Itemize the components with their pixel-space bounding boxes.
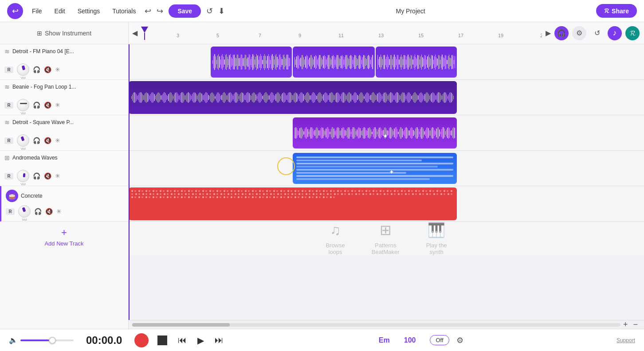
add-track-button[interactable]: + Add New Track — [0, 222, 128, 252]
track-r-btn-3[interactable]: R — [4, 137, 13, 144]
track-headphones-btn-5[interactable]: 🎧 — [34, 208, 42, 215]
track-r-btn-1[interactable]: R — [4, 66, 13, 73]
track-block-2a[interactable]: document.write(Array.from({length:340},(… — [129, 81, 457, 114]
scrollbar-thumb[interactable] — [132, 323, 230, 327]
waveform-2a: document.write(Array.from({length:340},(… — [129, 81, 457, 114]
track-block-1b[interactable]: document.write(Array.from({length:80},(_… — [293, 47, 375, 78]
stop-icon — [157, 335, 167, 345]
track-vol-knob-2[interactable]: Vol — [17, 99, 29, 111]
patterns-beatmaker-label: PatternsBeatMaker — [372, 242, 400, 255]
track-name-2: Beanie - Fog Pan Loop 1... — [12, 84, 76, 90]
track-headphones-btn-4[interactable]: 🎧 — [33, 172, 40, 179]
share-button[interactable]: 𝓡 Share — [596, 4, 637, 18]
track-vol-knob-5[interactable]: Vol — [18, 205, 31, 218]
reset-button[interactable]: ↺ — [206, 6, 213, 16]
track-name-4: Andromeda Waves — [12, 155, 58, 161]
track-mute-btn-4[interactable]: 🔇 — [44, 172, 51, 179]
redo-button[interactable]: ↪ — [157, 6, 163, 16]
track-lane-3[interactable]: document.write(Array.from({length:160},(… — [129, 115, 644, 151]
scrollbar-track[interactable] — [132, 323, 620, 327]
timeline-wrapper: ◀ 3 5 7 9 11 13 15 17 19 2 ▶ — [129, 22, 644, 329]
show-instrument-header[interactable]: ⊞ Show Instrument — [0, 22, 128, 44]
bpm-display: 100 — [404, 336, 416, 344]
fast-forward-button[interactable]: ⏭ — [213, 333, 225, 347]
stop-button[interactable] — [156, 334, 169, 347]
volume-thumb[interactable] — [49, 337, 56, 344]
undo-button[interactable]: ↩ — [145, 6, 151, 16]
zoom-out-button[interactable]: − — [630, 320, 640, 329]
track-row-5: 🥁 Concrete R Vol 🎧 🔇 ✳ — [0, 186, 128, 222]
waveform-1a: document.write(Array.from({length:80},(_… — [211, 47, 292, 78]
vol-label-5: Vol — [22, 218, 27, 222]
track-vol-knob-4[interactable]: Vol — [17, 170, 29, 182]
patterns-beatmaker-button[interactable]: ⊞ PatternsBeatMaker — [372, 222, 400, 255]
track-block-1a[interactable]: document.write(Array.from({length:80},(_… — [211, 47, 292, 78]
download-button[interactable]: ⬇ — [218, 6, 225, 16]
track-block-3a[interactable]: document.write(Array.from({length:160},(… — [293, 117, 457, 148]
ruler-15: 15 — [418, 33, 424, 38]
track-headphones-btn-3[interactable]: 🎧 — [33, 137, 40, 144]
ruler-5: 5 — [216, 33, 219, 38]
refresh-icon-btn[interactable]: ↺ — [590, 26, 604, 40]
track-block-1c[interactable]: document.write(Array.from({length:80},(_… — [376, 47, 457, 78]
track-mute-btn-2[interactable]: 🔇 — [44, 101, 51, 109]
volume-fill — [20, 339, 52, 341]
track-block-4a[interactable]: ✦ — [293, 153, 457, 184]
zoom-in-button[interactable]: + — [620, 320, 631, 329]
play-synth-button[interactable]: 🎹 Play thesynth — [426, 222, 447, 255]
timeline-right-arrow[interactable]: ▶ — [542, 29, 554, 37]
rewind-button[interactable]: ⏮ — [176, 333, 188, 347]
empty-area: ♫ Browseloops ⊞ PatternsBeatMaker 🎹 Play… — [129, 222, 644, 255]
user-icon-btn[interactable]: 𝓡 — [625, 26, 640, 40]
track-canvas: document.write(Array.from({length:80},(_… — [129, 44, 644, 320]
play-button[interactable]: ▶ — [196, 333, 206, 347]
track-controls-5: R Vol 🎧 🔇 ✳ — [6, 205, 124, 218]
track-mute-btn-3[interactable]: 🔇 — [44, 137, 51, 144]
music-note-icon-btn[interactable]: ♪ — [608, 26, 622, 40]
track-more-btn-4[interactable]: ✳ — [55, 172, 60, 179]
track-more-btn-2[interactable]: ✳ — [55, 101, 60, 109]
track-headphones-btn-1[interactable]: 🎧 — [33, 66, 40, 73]
track-block-5a[interactable]: document.write(Array.from({length:120},(… — [129, 187, 457, 220]
timeline-ruler[interactable]: 3 5 7 9 11 13 15 17 19 2 — [141, 27, 542, 40]
track-r-btn-4[interactable]: R — [4, 173, 13, 179]
track-lane-1[interactable]: document.write(Array.from({length:80},(_… — [129, 44, 644, 80]
transport-settings-button[interactable]: ⚙ — [456, 335, 463, 345]
volume-icon: 🔈 — [9, 336, 18, 344]
track-lane-2[interactable]: document.write(Array.from({length:340},(… — [129, 80, 644, 115]
save-button[interactable]: Save — [169, 4, 201, 18]
show-instrument-label: ⊞ Show Instrument — [37, 30, 91, 37]
settings-icon-btn[interactable]: ⚙ — [572, 26, 586, 40]
volume-slider[interactable] — [20, 339, 74, 341]
support-link[interactable]: Support — [617, 337, 635, 343]
track-name-5: Concrete — [21, 193, 43, 199]
track-controls-2: R Vol 🎧 🔇 ✳ — [4, 99, 124, 111]
off-toggle[interactable]: Off — [430, 335, 449, 345]
track-lane-5[interactable]: document.write(Array.from({length:120},(… — [129, 186, 644, 222]
timeline-left-arrow[interactable]: ◀ — [129, 29, 141, 37]
menu-file[interactable]: File — [32, 8, 42, 15]
track-lane-4[interactable]: ✦ — [129, 151, 644, 186]
track-mute-btn-1[interactable]: 🔇 — [44, 66, 51, 73]
logo-button[interactable]: ↩ — [7, 3, 23, 19]
track-more-btn-5[interactable]: ✳ — [56, 208, 62, 215]
ruler-11: 11 — [338, 33, 344, 38]
track-more-btn-3[interactable]: ✳ — [55, 137, 60, 144]
track-r-btn-2[interactable]: R — [4, 102, 13, 109]
track-more-btn-1[interactable]: ✳ — [55, 66, 60, 73]
record-button[interactable] — [134, 333, 149, 347]
ruler-19: 19 — [498, 33, 503, 38]
menu-settings[interactable]: Settings — [78, 8, 100, 15]
ruler-7: 7 — [259, 33, 261, 38]
track-r-btn-5[interactable]: R — [6, 208, 15, 215]
track-vol-knob-1[interactable]: Vol — [17, 63, 29, 76]
menu-edit[interactable]: Edit — [55, 8, 65, 15]
track-vol-knob-3[interactable]: Vol — [17, 134, 29, 147]
plus-icon: + — [61, 227, 67, 238]
track-mute-btn-5[interactable]: 🔇 — [45, 208, 53, 215]
menu-tutorials[interactable]: Tutorials — [112, 8, 136, 15]
track-headphones-btn-2[interactable]: 🎧 — [33, 101, 40, 109]
headphones-icon-btn[interactable]: 🎧 — [554, 26, 569, 40]
browse-loops-button[interactable]: ♫ Browseloops — [326, 222, 345, 255]
grid-icon: ⊞ — [37, 30, 42, 37]
